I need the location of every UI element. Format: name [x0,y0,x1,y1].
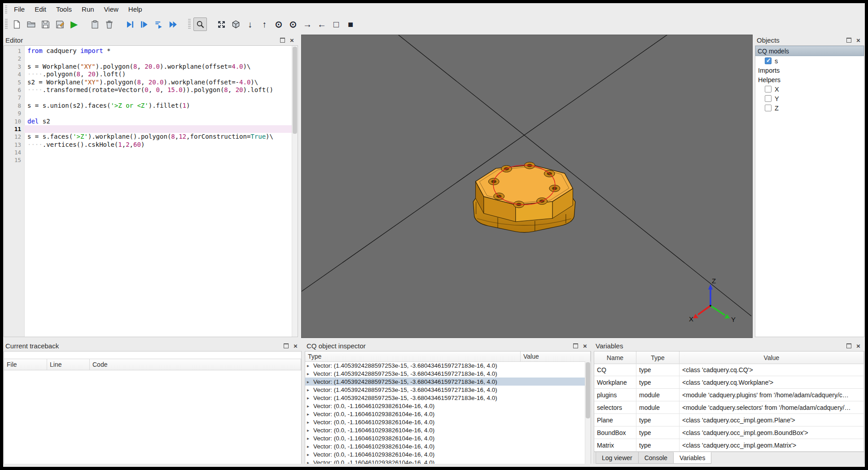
view-right-button[interactable]: → [301,18,314,31]
variable-row[interactable]: pluginsmodule<module 'cadquery.plugins' … [594,389,864,401]
menu-edit[interactable]: Edit [30,3,51,16]
expander-icon[interactable]: ▸ [307,371,313,376]
menu-run[interactable]: Run [77,3,99,16]
inspector-row[interactable]: ▸Vector: (0.0, -1.1604610293826104e-16, … [305,418,585,426]
viewport-canvas[interactable]: Z X Y [302,35,751,337]
tab-variables[interactable]: Variables [673,452,711,464]
view-bottom-button[interactable]: ↓ [244,18,256,31]
scrollbar-thumb[interactable] [293,47,297,134]
fit-view-button[interactable] [215,18,228,31]
inspector-row[interactable]: ▸Vector: (1.4053924288597253e-15, -3.680… [305,378,585,386]
editor-content[interactable]: 1from cadquery import *2 3s = Workplane(… [4,45,298,337]
debug-run-button[interactable] [123,18,136,31]
tree-item-s[interactable]: s [755,56,864,66]
view-left-button[interactable]: ← [316,18,328,31]
menu-tools[interactable]: Tools [51,3,77,16]
editor-scrollbar[interactable] [292,46,298,337]
debug-continue-button[interactable] [167,18,179,31]
column-header-file[interactable]: File [4,359,47,370]
close-panel-button[interactable]: × [582,343,588,349]
iso-view-button[interactable] [229,18,242,31]
checkbox-y[interactable] [765,95,772,102]
tree-item-y[interactable]: Y [755,94,864,103]
close-panel-button[interactable]: × [855,37,862,44]
wireframe-button[interactable]: □ [330,18,342,31]
view-top-button[interactable]: ↑ [258,18,271,31]
toolbar-grip[interactable] [5,19,8,30]
column-header-type[interactable]: Type [305,351,521,361]
code-line[interactable]: 13····.vertices().cskHole(1,2,60) [4,141,292,149]
variable-row[interactable]: BoundBoxtype<class 'cadquery.occ_impl.ge… [594,426,864,439]
float-panel-button[interactable] [846,37,852,44]
code-line[interactable]: 12s = s.faces('>Z').workplane().polygon(… [4,133,292,141]
code-line[interactable]: 1from cadquery import * [4,47,292,55]
inspector-row[interactable]: ▸Vector: (1.4053924288597253e-15, -3.680… [305,369,585,378]
tab-log-viewer[interactable]: Log viewer [596,452,639,464]
debug-step-next-button[interactable] [152,18,165,31]
viewport-3d[interactable]: Z X Y [301,35,753,338]
view-front-button[interactable]: ⊙ [272,18,285,31]
column-header-value[interactable]: Value [679,351,864,364]
expander-icon[interactable]: ▸ [307,444,313,449]
expander-icon[interactable]: ▸ [307,379,313,384]
expander-icon[interactable]: ▸ [307,395,313,400]
expander-icon[interactable]: ▸ [307,363,313,368]
menubar-grip[interactable] [5,5,7,13]
checkbox-s[interactable] [765,57,772,64]
code-line[interactable]: 4····.polygon(8, 20).loft() [4,70,292,78]
zoom-toggle-button[interactable] [193,18,207,31]
render-button[interactable]: ▶ [68,18,80,31]
expander-icon[interactable]: ▸ [307,460,313,464]
tab-console[interactable]: Console [638,452,674,464]
float-panel-button[interactable] [279,37,286,44]
close-panel-button[interactable]: × [289,37,295,44]
inspector-row[interactable]: ▸Vector: (0.0, -1.1604610293826104e-16, … [305,458,585,464]
expander-icon[interactable]: ▸ [307,412,313,417]
expander-icon[interactable]: ▸ [307,420,313,425]
inspector-row[interactable]: ▸Vector: (1.4053924288597253e-15, -3.680… [305,386,585,394]
column-header-line[interactable]: Line [47,359,90,370]
view-back-button[interactable]: ⊙ [287,18,299,31]
inspector-row[interactable]: ▸Vector: (0.0, -1.1604610293826104e-16, … [305,410,585,418]
column-header-name[interactable]: Name [594,351,636,364]
menu-help[interactable]: Help [123,3,147,16]
inspector-row[interactable]: ▸Vector: (0.0, -1.1604610293826104e-16, … [305,450,585,458]
expander-icon[interactable]: ▸ [307,428,313,433]
tree-item-z[interactable]: Z [755,103,864,113]
save-as-button[interactable] [53,18,66,31]
inspector-scrollbar[interactable] [585,361,591,464]
column-header-type[interactable]: Type [636,351,679,364]
variable-row[interactable]: Matrixtype<class 'cadquery.occ_impl.geom… [594,439,864,452]
column-header-code[interactable]: Code [90,359,301,370]
column-header-value[interactable]: Value [521,351,591,361]
code-lines[interactable]: 1from cadquery import *2 3s = Workplane(… [4,47,292,164]
close-panel-button[interactable]: × [292,343,299,349]
scrollbar-thumb[interactable] [586,362,590,418]
paste-button[interactable] [88,18,101,31]
objects-group-header[interactable]: CQ models [755,46,864,56]
tree-item-imports[interactable]: Imports [755,66,864,75]
inspector-row[interactable]: ▸Vector: (0.0, -1.1604610293826104e-16, … [305,442,585,450]
variable-row[interactable]: CQtype<class 'cadquery.cq.CQ'> [594,364,864,376]
float-panel-button[interactable] [846,343,852,349]
menu-view[interactable]: View [99,3,123,16]
float-panel-button[interactable] [283,343,289,349]
inspector-row[interactable]: ▸Vector: (1.4053924288597253e-15, -3.680… [305,394,585,402]
checkbox-z[interactable] [765,105,772,111]
code-line[interactable]: 8s = s.union(s2).faces('>Z or <Z').fille… [4,102,292,110]
code-line[interactable]: 3s = Workplane("XY").polygon(8, 20.0).wo… [4,63,292,70]
expander-icon[interactable]: ▸ [307,452,313,457]
code-line[interactable]: 10del s2 [4,118,292,125]
variable-row[interactable]: Workplanetype<class 'cadquery.cq.Workpla… [594,376,864,389]
objects-tree[interactable]: CQ modelssImportsHelpersXYZ [755,45,864,337]
code-line[interactable]: 14 [4,149,292,156]
close-panel-button[interactable]: × [855,343,862,349]
code-line[interactable]: 11 [4,125,292,133]
expander-icon[interactable]: ▸ [307,387,313,392]
code-line[interactable]: 7 [4,94,292,101]
inspector-row[interactable]: ▸Vector: (0.0, -1.1604610293826104e-16, … [305,402,585,410]
toolbar-grip-2[interactable] [188,19,191,30]
variable-row[interactable]: Planetype<class 'cadquery.occ_impl.geom.… [594,414,864,426]
shaded-button[interactable]: ■ [344,18,357,31]
save-button[interactable] [39,18,52,31]
